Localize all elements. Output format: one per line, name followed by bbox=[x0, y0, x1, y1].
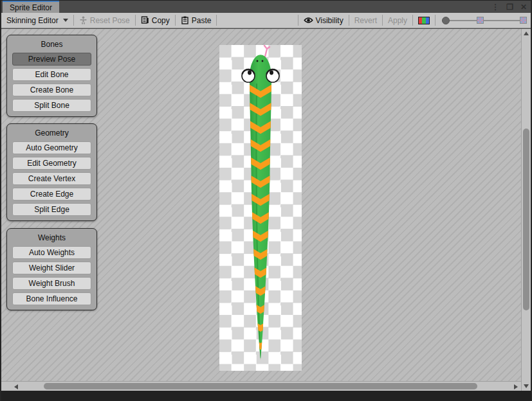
copy-icon bbox=[141, 16, 149, 24]
skinning-editor-label: Skinning Editor bbox=[6, 16, 59, 25]
snake-body bbox=[250, 55, 271, 360]
chevron-down-icon bbox=[63, 19, 68, 22]
scroll-left-arrow-icon[interactable] bbox=[14, 384, 18, 389]
revert-label: Revert bbox=[354, 16, 377, 25]
bones-panel-title: Bones bbox=[12, 39, 91, 50]
create-edge-button[interactable]: Create Edge bbox=[12, 188, 91, 201]
tab-sprite-editor[interactable]: Sprite Editor bbox=[3, 1, 59, 13]
geometry-panel: Geometry Auto Geometry Edit Geometry Cre… bbox=[6, 123, 97, 221]
create-bone-button[interactable]: Create Bone bbox=[12, 84, 91, 96]
sprite-editor-window: Sprite Editor ⋮ ❐ ✕ Skinning Editor Rese… bbox=[0, 0, 532, 401]
weights-panel-title: Weights bbox=[12, 232, 91, 244]
scroll-up-arrow-icon[interactable] bbox=[524, 31, 529, 35]
rgb-swatch-icon bbox=[418, 17, 430, 24]
skinning-canvas: Bones Preview Pose Edit Bone Create Bone… bbox=[1, 29, 521, 381]
window-menu-icon[interactable]: ⋮ bbox=[491, 3, 499, 11]
split-edge-button[interactable]: Split Edge bbox=[12, 203, 91, 216]
copy-button[interactable]: Copy bbox=[136, 13, 175, 28]
scroll-down-arrow-icon[interactable] bbox=[524, 384, 529, 388]
snake-tongue bbox=[264, 46, 270, 57]
auto-geometry-button[interactable]: Auto Geometry bbox=[12, 141, 91, 154]
toolbar-separator bbox=[216, 15, 217, 26]
bone-influence-button[interactable]: Bone Influence bbox=[12, 292, 91, 305]
auto-weights-button[interactable]: Auto Weights bbox=[12, 246, 91, 259]
weight-brush-button[interactable]: Weight Brush bbox=[12, 277, 91, 290]
alpha-checker-icon bbox=[477, 17, 484, 24]
edit-geometry-button[interactable]: Edit Geometry bbox=[12, 157, 91, 170]
copy-label: Copy bbox=[152, 16, 170, 25]
tab-title: Sprite Editor bbox=[10, 3, 52, 12]
pose-figure-icon bbox=[79, 16, 87, 24]
weight-slider-button[interactable]: Weight Slider bbox=[12, 262, 91, 274]
toolbar-separator bbox=[435, 15, 436, 26]
eye-icon bbox=[304, 17, 313, 24]
vertical-scrollbar[interactable] bbox=[521, 29, 531, 391]
geometry-panel-title: Geometry bbox=[12, 127, 91, 139]
edit-bone-button[interactable]: Edit Bone bbox=[12, 68, 91, 81]
title-bar: Sprite Editor ⋮ ❐ ✕ bbox=[0, 0, 532, 13]
apply-label: Apply bbox=[388, 16, 407, 25]
sprite-viewport[interactable] bbox=[219, 45, 302, 371]
preview-pose-button[interactable]: Preview Pose bbox=[12, 53, 91, 66]
revert-button[interactable]: Revert bbox=[349, 13, 382, 28]
close-icon[interactable]: ✕ bbox=[520, 3, 527, 11]
create-vertex-button[interactable]: Create Vertex bbox=[12, 172, 91, 185]
skinning-editor-dropdown[interactable]: Skinning Editor bbox=[1, 13, 73, 28]
paste-label: Paste bbox=[192, 16, 212, 25]
window-bottom-edge bbox=[0, 391, 532, 401]
alpha-checker-icon bbox=[520, 17, 527, 24]
horizontal-scroll-thumb[interactable] bbox=[44, 383, 477, 389]
visibility-label: Visibility bbox=[316, 16, 344, 25]
slider-knob[interactable] bbox=[442, 17, 450, 24]
split-bone-button[interactable]: Split Bone bbox=[12, 99, 91, 112]
scroll-right-arrow-icon[interactable] bbox=[514, 384, 518, 389]
paste-button[interactable]: Paste bbox=[176, 13, 217, 28]
vertical-scroll-thumb[interactable] bbox=[523, 129, 529, 310]
zoom-alpha-slider bbox=[442, 17, 527, 24]
weights-panel: Weights Auto Weights Weight Slider Weigh… bbox=[6, 228, 97, 310]
apply-button[interactable]: Apply bbox=[383, 13, 412, 28]
horizontal-scrollbar[interactable] bbox=[1, 381, 521, 391]
reset-pose-button[interactable]: Reset Pose bbox=[74, 13, 135, 28]
maximize-icon[interactable]: ❐ bbox=[506, 3, 513, 11]
toolbar: Skinning Editor Reset Pose bbox=[1, 13, 531, 28]
window-controls: ⋮ ❐ ✕ bbox=[491, 1, 527, 13]
window-left-edge bbox=[0, 0, 1, 401]
bones-panel: Bones Preview Pose Edit Bone Create Bone… bbox=[6, 35, 97, 117]
snake-sprite bbox=[219, 45, 302, 371]
slider-track[interactable] bbox=[450, 20, 477, 21]
visibility-button[interactable]: Visibility bbox=[298, 13, 349, 28]
paste-icon bbox=[181, 16, 189, 24]
sprite-color-toggle[interactable] bbox=[413, 13, 435, 28]
reset-pose-label: Reset Pose bbox=[90, 16, 130, 25]
slider-track[interactable] bbox=[484, 20, 520, 21]
